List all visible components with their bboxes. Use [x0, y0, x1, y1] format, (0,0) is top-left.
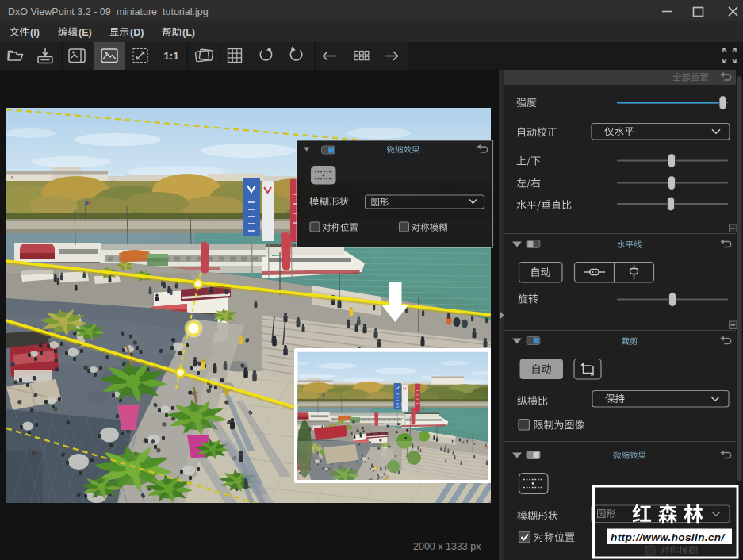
svg-text:(D): (D)	[130, 27, 144, 38]
svg-text:(I): (I)	[30, 27, 40, 38]
svg-text:(L): (L)	[182, 27, 195, 38]
svg-text:2000 x 1333 px: 2000 x 1333 px	[413, 541, 481, 552]
svg-text:1:1: 1:1	[163, 50, 179, 62]
svg-text:DxO ViewPoint 3.2 - 09_miniatu: DxO ViewPoint 3.2 - 09_miniature_tutoria…	[8, 6, 209, 17]
svg-text:http://www.hoslin.cn/: http://www.hoslin.cn/	[611, 531, 725, 543]
svg-text:(E): (E)	[79, 27, 92, 38]
